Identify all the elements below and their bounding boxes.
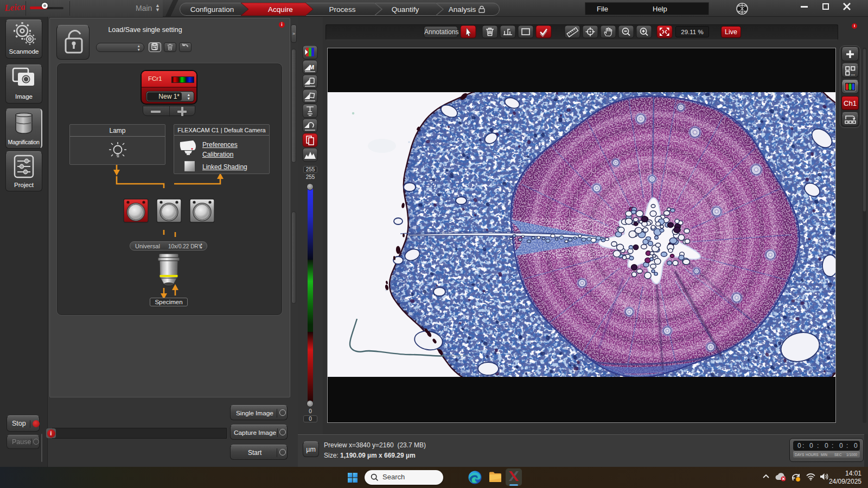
svg-text:Quantify: Quantify [392,5,419,14]
svg-text:Analysis: Analysis [449,5,476,14]
svg-text:Process: Process [329,5,356,14]
svg-text:Configuration: Configuration [190,5,234,14]
svg-text:Acquire: Acquire [268,5,293,14]
svg-text:M: M [309,64,314,70]
svg-text:...: ... [851,71,856,76]
